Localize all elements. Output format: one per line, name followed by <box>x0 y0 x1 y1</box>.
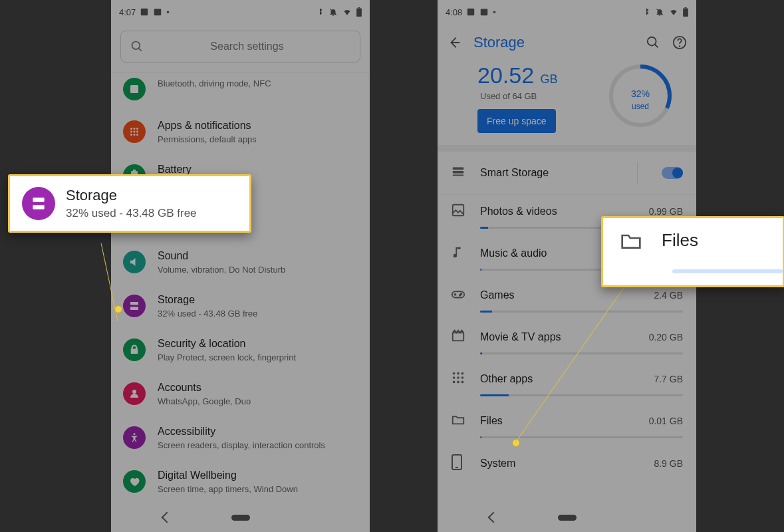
back-icon[interactable] <box>447 35 461 50</box>
svg-rect-53 <box>33 198 44 202</box>
dnd-icon <box>655 7 664 17</box>
photos-icon <box>451 203 465 220</box>
apps-icon <box>123 120 146 143</box>
settings-row-sound[interactable]: Sound Volume, vibration, Do Not Disturb <box>111 240 370 284</box>
svg-point-14 <box>130 134 132 136</box>
page-title: Storage <box>473 34 634 51</box>
svg-rect-26 <box>683 9 688 17</box>
accounts-icon <box>123 382 146 405</box>
accessibility-icon <box>123 426 146 449</box>
svg-point-42 <box>453 372 456 375</box>
search-icon[interactable] <box>646 35 660 50</box>
smart-storage-row[interactable]: Smart Storage <box>438 152 696 194</box>
movie-icon <box>451 329 465 346</box>
callout-label: Files <box>662 230 698 251</box>
row-title: Apps & notifications <box>158 119 358 132</box>
usage-ring: 32% used <box>607 63 674 129</box>
usage-amount: 20.52 GB <box>477 63 558 88</box>
svg-point-21 <box>132 390 136 394</box>
search-placeholder: Search settings <box>144 41 350 53</box>
svg-rect-24 <box>481 9 488 15</box>
settings-row-accessibility[interactable]: Accessibility Screen readers, display, i… <box>111 416 370 460</box>
cat-movies[interactable]: Movie & TV apps 0.20 GB <box>438 321 696 362</box>
wellbeing-icon <box>123 470 146 493</box>
svg-point-45 <box>453 376 456 379</box>
svg-point-13 <box>136 131 138 133</box>
svg-point-46 <box>457 376 459 379</box>
svg-point-22 <box>134 433 136 435</box>
settings-row-storage[interactable]: Storage 32% used - 43.48 GB free <box>111 284 370 328</box>
cat-files[interactable]: Files 0.01 GB <box>438 404 696 446</box>
help-icon[interactable] <box>672 35 687 50</box>
svg-point-5 <box>132 42 140 50</box>
row-sub: Screen time, app timers, Wind Down <box>158 484 358 494</box>
calendar-icon <box>153 7 162 17</box>
svg-rect-27 <box>684 7 686 9</box>
cat-system[interactable]: System 8.9 GB <box>438 446 696 499</box>
usage-total: Used of 64 GB <box>480 91 558 101</box>
nav-bar[interactable] <box>438 503 696 532</box>
battery-icon <box>683 7 688 17</box>
row-sub: 32% used - 43.48 GB free <box>158 309 358 319</box>
svg-line-29 <box>655 45 658 48</box>
settings-row-apps[interactable]: Apps & notifications Permissions, defaul… <box>111 110 370 154</box>
settings-row-security[interactable]: Security & location Play Protect, screen… <box>111 328 370 372</box>
svg-point-40 <box>459 295 461 296</box>
row-sub: Play Protect, screen lock, fingerprint <box>158 352 358 362</box>
apps-icon <box>451 370 465 388</box>
svg-rect-20 <box>130 307 138 311</box>
row-title: Accounts <box>158 381 358 394</box>
nav-pill[interactable] <box>558 515 577 521</box>
svg-rect-1 <box>154 9 162 15</box>
photo-icon <box>140 7 149 17</box>
free-up-space-button[interactable]: Free up space <box>477 109 556 133</box>
svg-point-16 <box>136 134 138 136</box>
sound-icon <box>123 251 146 273</box>
row-title: Accessibility <box>158 425 358 438</box>
search-settings-input[interactable]: Search settings <box>120 31 360 63</box>
svg-point-15 <box>134 134 136 136</box>
svg-rect-4 <box>358 7 360 9</box>
storage-icon <box>123 295 146 317</box>
smart-storage-toggle[interactable] <box>662 167 683 179</box>
row-sub: Screen readers, display, interaction con… <box>158 440 358 450</box>
svg-point-31 <box>680 46 680 47</box>
svg-rect-35 <box>453 171 464 174</box>
callout-title: Storage <box>66 187 197 204</box>
music-icon <box>451 245 465 262</box>
svg-rect-19 <box>130 302 138 305</box>
svg-rect-23 <box>467 9 475 16</box>
callout-files: Files <box>601 216 784 287</box>
settings-row-accounts[interactable]: Accounts WhatsApp, Google, Duo <box>111 372 370 416</box>
svg-point-49 <box>457 381 459 384</box>
svg-point-12 <box>134 131 136 133</box>
svg-point-9 <box>134 128 136 130</box>
settings-row-wellbeing[interactable]: Digital Wellbeing Screen time, app timer… <box>111 460 370 503</box>
svg-rect-7 <box>130 85 138 93</box>
row-sub: Permissions, default apps <box>158 134 358 144</box>
bluetooth-icon <box>315 7 325 17</box>
svg-rect-36 <box>453 175 464 176</box>
svg-point-8 <box>130 128 132 130</box>
battery-icon <box>356 7 362 17</box>
row-title: Storage <box>158 293 358 307</box>
svg-point-10 <box>136 128 138 130</box>
svg-rect-38 <box>452 291 464 297</box>
cat-other[interactable]: Other apps 7.7 GB <box>438 362 696 404</box>
row-title: Digital Wellbeing <box>158 469 358 482</box>
svg-point-43 <box>457 372 459 375</box>
settings-row-connected[interactable]: Bluetooth, driving mode, NFC <box>111 72 370 110</box>
smart-storage-icon <box>451 164 465 182</box>
svg-rect-37 <box>453 205 464 216</box>
nav-bar[interactable] <box>111 503 370 532</box>
nav-pill[interactable] <box>231 515 250 521</box>
svg-point-47 <box>461 376 464 379</box>
phone-settings: 4:07 • Search settings Bluetooth, drivin… <box>111 0 370 532</box>
folder-icon <box>451 412 465 430</box>
search-icon <box>130 40 144 53</box>
status-time: 4:08 <box>446 7 462 17</box>
status-bar: 4:08 • <box>438 0 696 24</box>
dnd-icon <box>328 7 338 17</box>
svg-rect-3 <box>356 9 362 17</box>
wifi-icon <box>342 7 352 17</box>
